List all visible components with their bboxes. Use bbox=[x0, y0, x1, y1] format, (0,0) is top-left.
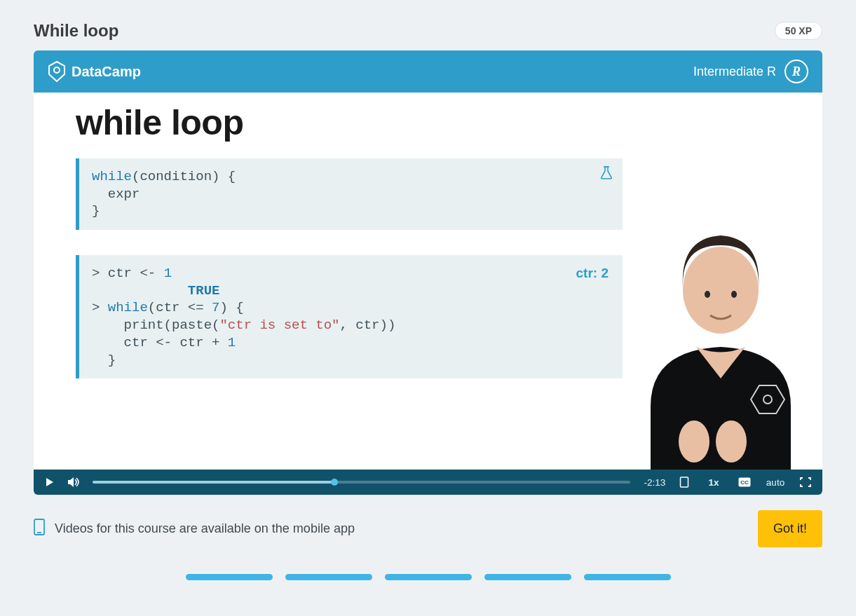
code-token: 7 bbox=[212, 300, 219, 315]
code-token: TRUE bbox=[188, 283, 220, 299]
code-token: ) { bbox=[219, 300, 243, 315]
video-player: DataCamp Intermediate R R while loop whi… bbox=[34, 50, 822, 495]
code-token: while bbox=[108, 300, 148, 315]
code-token: (condition) { bbox=[132, 169, 236, 184]
code-token: while bbox=[92, 169, 132, 184]
captions-button[interactable]: CC bbox=[738, 477, 751, 487]
code-token: expr bbox=[108, 186, 140, 202]
playback-speed[interactable]: 1x bbox=[702, 477, 726, 488]
segment-pill[interactable] bbox=[285, 574, 372, 580]
datacamp-logo-icon bbox=[48, 61, 66, 82]
play-button[interactable] bbox=[45, 477, 55, 487]
code-token: (ctr <= bbox=[148, 300, 212, 315]
transcript-button[interactable] bbox=[679, 477, 689, 488]
quality-selector[interactable]: auto bbox=[763, 477, 787, 488]
progress-knob[interactable] bbox=[331, 479, 338, 486]
code-token: print(paste( bbox=[124, 317, 220, 333]
progress-bar[interactable] bbox=[93, 481, 630, 484]
page-title: While loop bbox=[34, 21, 118, 41]
slide-area[interactable]: while loop while(condition) { expr } ctr… bbox=[34, 93, 822, 470]
svg-point-6 bbox=[716, 420, 747, 463]
svg-point-2 bbox=[683, 247, 759, 334]
svg-point-5 bbox=[679, 420, 709, 463]
svg-point-4 bbox=[731, 291, 737, 298]
fullscreen-button[interactable] bbox=[800, 477, 811, 487]
xp-badge: 50 XP bbox=[775, 22, 822, 40]
segment-pill[interactable] bbox=[484, 574, 571, 580]
segment-pill[interactable] bbox=[186, 574, 273, 580]
code-token: 1 bbox=[164, 266, 172, 281]
svg-point-0 bbox=[54, 67, 60, 73]
volume-button[interactable] bbox=[67, 477, 80, 488]
svg-point-3 bbox=[705, 291, 710, 298]
brand-text: DataCamp bbox=[72, 64, 141, 80]
course-name: Intermediate R bbox=[693, 64, 776, 79]
code-block-example: ctr: 2> ctr <- 1 TRUE > while(ctr <= 7) … bbox=[76, 255, 623, 378]
code-block-syntax: while(condition) { expr } bbox=[76, 158, 623, 230]
segment-pill[interactable] bbox=[385, 574, 472, 580]
r-logo-icon: R bbox=[784, 60, 808, 83]
segment-pill[interactable] bbox=[584, 574, 671, 580]
presenter-image bbox=[612, 217, 822, 470]
code-token: } bbox=[108, 353, 116, 368]
video-controls: -2:13 1x CC auto bbox=[34, 470, 822, 495]
notice-text: Videos for this course are available on … bbox=[55, 521, 355, 536]
code-token: 1 bbox=[228, 335, 236, 350]
code-token: ctr <- ctr + bbox=[124, 335, 228, 350]
code-token: } bbox=[92, 203, 100, 219]
got-it-button[interactable]: Got it! bbox=[758, 510, 822, 547]
code-token: > ctr <- bbox=[92, 266, 164, 281]
svg-rect-8 bbox=[681, 477, 688, 487]
video-header: DataCamp Intermediate R R bbox=[34, 50, 822, 93]
slide-title: while loop bbox=[76, 102, 623, 143]
mobile-icon bbox=[34, 519, 45, 539]
code-side-label: ctr: 2 bbox=[576, 265, 609, 282]
svg-text:CC: CC bbox=[740, 479, 749, 486]
progress-pills bbox=[34, 547, 822, 589]
code-token: > bbox=[92, 300, 108, 315]
flask-icon bbox=[600, 165, 613, 185]
code-token: , ctr)) bbox=[339, 317, 395, 333]
time-remaining: -2:13 bbox=[643, 477, 667, 488]
code-token: "ctr is set to" bbox=[219, 317, 339, 333]
